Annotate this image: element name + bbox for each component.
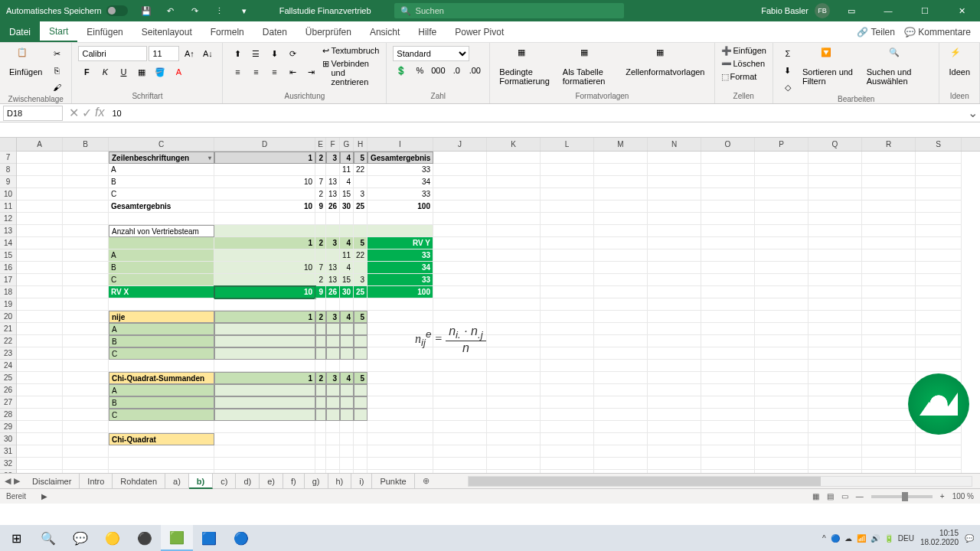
ideas-button[interactable]: ⚡Ideen (946, 46, 973, 78)
cell-M10[interactable] (594, 188, 648, 201)
cell-F32[interactable] (326, 458, 340, 470)
italic-button[interactable]: K (96, 64, 113, 80)
cell-H18[interactable]: 25 (354, 286, 368, 298)
cell-R24[interactable] (862, 360, 916, 372)
zoom-slider[interactable] (871, 495, 933, 498)
cell-E16[interactable]: 7 (315, 262, 326, 274)
cell-Q15[interactable] (808, 249, 862, 262)
cell-N13[interactable] (648, 225, 701, 237)
cell-M28[interactable] (594, 409, 648, 421)
cell-N20[interactable] (648, 311, 701, 323)
cell-L10[interactable] (541, 188, 594, 201)
cell-O19[interactable] (701, 298, 755, 311)
cell-G9[interactable]: 4 (340, 176, 354, 188)
cell-H7[interactable]: 5 (354, 152, 368, 164)
sheet-tab-Intro[interactable]: Intro (80, 474, 113, 489)
cell-C10[interactable]: C (109, 188, 214, 201)
cut-icon[interactable]: ✂ (48, 46, 65, 61)
cell-I30[interactable] (368, 433, 433, 445)
minimize-icon[interactable]: — (873, 0, 903, 21)
cell-R29[interactable] (862, 421, 916, 433)
cell-K11[interactable] (487, 201, 541, 213)
cell-C29[interactable] (109, 421, 214, 433)
cell-F14[interactable]: 3 (326, 237, 340, 249)
cell-J10[interactable] (433, 188, 487, 201)
cell-P10[interactable] (755, 188, 808, 201)
cell-S18[interactable] (916, 286, 962, 298)
cell-O14[interactable] (701, 237, 755, 249)
currency-icon[interactable]: 💲 (393, 63, 410, 78)
cell-L26[interactable] (541, 384, 594, 396)
cell-B11[interactable] (63, 201, 109, 213)
cell-O23[interactable] (701, 347, 755, 360)
cell-K21[interactable] (487, 323, 541, 335)
col-header-J[interactable]: J (433, 138, 487, 151)
system-clock[interactable]: 10:15 18.02.2020 (920, 529, 959, 547)
cell-P23[interactable] (755, 347, 808, 360)
wifi-icon[interactable]: 📶 (857, 534, 866, 543)
cell-H14[interactable]: 5 (354, 237, 368, 249)
cell-L33[interactable] (541, 470, 594, 473)
cell-E10[interactable]: 2 (315, 188, 326, 201)
cell-B27[interactable] (63, 396, 109, 409)
cell-H24[interactable] (354, 360, 368, 372)
cell-J27[interactable] (433, 396, 487, 409)
cell-A33[interactable] (17, 470, 63, 473)
cell-H28[interactable] (354, 409, 368, 421)
cell-R19[interactable] (862, 298, 916, 311)
row-header-26[interactable]: 26 (0, 384, 16, 396)
cell-Q7[interactable] (808, 152, 862, 164)
cell-J7[interactable] (433, 152, 487, 164)
cell-R26[interactable] (862, 384, 916, 396)
zoom-in-icon[interactable]: + (940, 492, 945, 500)
clear-icon[interactable]: ◇ (779, 80, 796, 95)
cell-D18[interactable]: 10 (214, 286, 315, 298)
cell-G11[interactable]: 30 (340, 201, 354, 213)
cell-J19[interactable] (433, 298, 487, 311)
cell-B17[interactable] (63, 274, 109, 286)
zoom-level[interactable]: 100 % (952, 492, 974, 500)
cell-B21[interactable] (63, 323, 109, 335)
undo-icon[interactable]: ↶ (165, 5, 177, 17)
cell-I27[interactable] (368, 396, 433, 409)
cell-L20[interactable] (541, 311, 594, 323)
row-header-25[interactable]: 25 (0, 372, 16, 384)
align-center-icon[interactable]: ≡ (247, 64, 264, 80)
cell-I16[interactable]: 34 (368, 262, 433, 274)
row-header-8[interactable]: 8 (0, 164, 16, 176)
cell-A9[interactable] (17, 176, 63, 188)
cell-H23[interactable] (354, 347, 368, 360)
cell-G31[interactable] (340, 445, 354, 458)
search-box[interactable]: 🔍 Suchen (394, 3, 624, 18)
cell-L22[interactable] (541, 335, 594, 347)
cell-G33[interactable] (340, 470, 354, 473)
cell-F10[interactable]: 13 (326, 188, 340, 201)
cell-I13[interactable] (368, 225, 433, 237)
cell-K10[interactable] (487, 188, 541, 201)
cell-E13[interactable] (315, 225, 326, 237)
cell-M14[interactable] (594, 237, 648, 249)
cell-S24[interactable] (916, 360, 962, 372)
cell-K9[interactable] (487, 176, 541, 188)
cell-J16[interactable] (433, 262, 487, 274)
sort-filter-button[interactable]: 🔽Sortieren und Filtern (799, 46, 861, 87)
cell-M29[interactable] (594, 421, 648, 433)
cell-K26[interactable] (487, 384, 541, 396)
cell-B12[interactable] (63, 213, 109, 225)
cell-O18[interactable] (701, 286, 755, 298)
cell-I29[interactable] (368, 421, 433, 433)
cell-Q24[interactable] (808, 360, 862, 372)
font-name-select[interactable] (78, 46, 147, 61)
row-header-21[interactable]: 21 (0, 323, 16, 335)
cell-C7[interactable]: Zeilenbeschriftungen▾ (109, 152, 214, 164)
cell-S23[interactable] (916, 347, 962, 360)
cell-B10[interactable] (63, 188, 109, 201)
cell-K24[interactable] (487, 360, 541, 372)
cell-N10[interactable] (648, 188, 701, 201)
cell-A13[interactable] (17, 225, 63, 237)
more-icon[interactable]: ▾ (238, 5, 250, 17)
cell-S14[interactable] (916, 237, 962, 249)
cell-L14[interactable] (541, 237, 594, 249)
redo-icon[interactable]: ↷ (189, 5, 201, 17)
notifications-icon[interactable]: 💬 (965, 534, 974, 543)
